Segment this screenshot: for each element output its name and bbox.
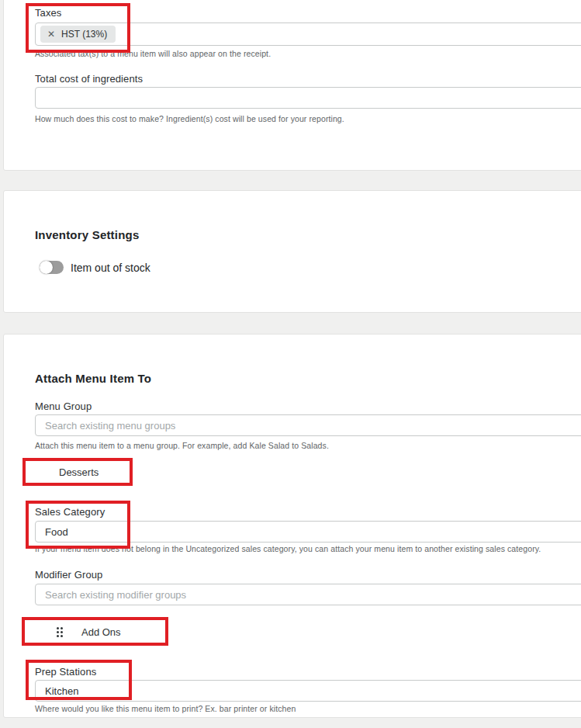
menu-group-helper: Attach this menu item to a menu group. F… bbox=[35, 441, 329, 450]
ingredients-cost-helper: How much does this cost to make? Ingredi… bbox=[35, 114, 344, 123]
prep-stations-label: Prep Stations bbox=[35, 666, 96, 678]
menu-group-search-input[interactable] bbox=[35, 414, 581, 436]
sales-category-helper: If your menu item does not belong in the… bbox=[35, 544, 541, 553]
attached-item-label: Desserts bbox=[59, 466, 99, 478]
drag-handle-icon[interactable] bbox=[57, 627, 63, 637]
inventory-heading: Inventory Settings bbox=[35, 228, 139, 241]
modifier-group-search-input[interactable] bbox=[35, 584, 581, 605]
taxes-helper: Associated tax(s) to a menu item will al… bbox=[35, 49, 271, 58]
attach-card: Attach Menu Item To Menu Group Attach th… bbox=[3, 334, 581, 718]
tax-chip[interactable]: ✕ HST (13%) bbox=[40, 26, 116, 43]
attach-heading: Attach Menu Item To bbox=[35, 372, 151, 385]
menu-item-settings-page: Taxes ✕ HST (13%) Associated tax(s) to a… bbox=[0, 0, 581, 728]
ingredients-cost-label: Total cost of ingredients bbox=[35, 73, 143, 85]
taxes-label: Taxes bbox=[35, 7, 61, 19]
toggle-knob bbox=[40, 261, 53, 274]
item-out-of-stock-toggle[interactable] bbox=[40, 261, 64, 274]
prep-stations-input[interactable] bbox=[35, 680, 581, 702]
pricing-card: Taxes ✕ HST (13%) Associated tax(s) to a… bbox=[3, 0, 581, 171]
inventory-card: Inventory Settings Item out of stock bbox=[3, 190, 581, 313]
remove-tax-icon[interactable]: ✕ bbox=[47, 29, 55, 39]
attached-menu-group-desserts[interactable]: Desserts bbox=[27, 460, 136, 484]
taxes-input[interactable]: ✕ HST (13%) bbox=[35, 23, 581, 46]
attached-item-label: Add Ons bbox=[81, 626, 121, 638]
ingredients-cost-input[interactable] bbox=[35, 87, 581, 109]
sales-category-input[interactable] bbox=[35, 521, 581, 543]
menu-group-label: Menu Group bbox=[35, 400, 92, 412]
sales-category-label: Sales Category bbox=[35, 506, 105, 518]
item-out-of-stock-label: Item out of stock bbox=[71, 262, 150, 274]
prep-stations-helper: Where would you like this menu item to p… bbox=[35, 704, 296, 713]
modifier-group-label: Modifier Group bbox=[35, 569, 102, 581]
tax-chip-label: HST (13%) bbox=[61, 29, 107, 40]
attached-modifier-group-add-ons[interactable]: Add Ons bbox=[26, 619, 171, 645]
